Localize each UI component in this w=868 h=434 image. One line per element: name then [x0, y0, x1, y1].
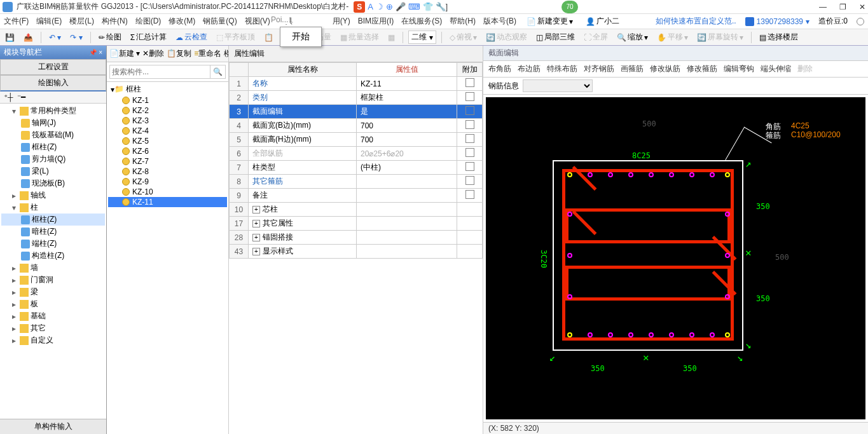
tab-modify-stirrup[interactable]: 修改箍筋 [687, 64, 717, 74]
undo-button[interactable]: ↶ ▾ [46, 33, 64, 42]
menu-version[interactable]: 版本号(B) [483, 16, 516, 27]
tree-item[interactable]: ▸墙 [1, 262, 105, 274]
property-grid[interactable]: 属性名称 属性值 附加 1名称KZ-112类别框架柱3截面编辑是4截面宽(B边)… [229, 62, 483, 434]
copy-button[interactable]: 📋复制 [167, 48, 191, 59]
menu-modify[interactable]: 修改(M) [169, 16, 195, 27]
tree-item[interactable]: 梁(L) [1, 165, 105, 177]
shirt-icon[interactable]: 👕 [423, 2, 433, 11]
tree-item[interactable]: ▸自定义 [1, 334, 105, 346]
list-item[interactable]: KZ-2 [108, 105, 227, 116]
list-item[interactable]: KZ-1 [108, 95, 227, 105]
keyboard-icon[interactable]: ⌨ [408, 2, 420, 11]
menu-floor[interactable]: 楼层(L) [69, 16, 94, 27]
new-button[interactable]: 📄新建 ▾ [109, 48, 140, 59]
list-root[interactable]: ▾ 📁 框柱 [108, 83, 227, 95]
tab-stirrup[interactable]: 画箍筋 [621, 64, 644, 74]
list-item[interactable]: KZ-8 [108, 166, 227, 177]
property-row[interactable]: 9备注 [230, 189, 483, 203]
bulb-icon[interactable]: ⊕ [386, 2, 393, 11]
property-row[interactable]: 43+显示样式 [230, 245, 483, 259]
tree-item[interactable]: 框柱(Z) [1, 214, 105, 226]
menu-component[interactable]: 构件(N) [102, 16, 128, 27]
tab-modify-long[interactable]: 修改纵筋 [650, 64, 680, 74]
tree-item[interactable]: 暗柱(Z) [1, 226, 105, 238]
menu-yun[interactable]: 用(Y) [333, 16, 350, 27]
left-panel-header[interactable]: 模块导航栏 📌 × [0, 46, 106, 59]
tree-item[interactable]: 剪力墙(Q) [1, 153, 105, 165]
mic-icon[interactable]: 🎤 [396, 2, 406, 11]
user-small[interactable]: 👤广小二 [583, 16, 622, 27]
list-item[interactable]: KZ-5 [108, 136, 227, 146]
save-icon[interactable]: 💾 [3, 33, 17, 42]
tab-corner[interactable]: 布角筋 [488, 64, 511, 74]
close-button[interactable]: ✕ [859, 3, 865, 11]
howto-link[interactable]: 如何快速布置自定义范.. [656, 16, 736, 27]
rebar-info-select[interactable] [523, 79, 593, 92]
list-item[interactable]: KZ-6 [108, 146, 227, 156]
local-3d-button[interactable]: ◫ 局部三维 [534, 32, 577, 43]
list-item[interactable]: KZ-7 [108, 156, 227, 166]
menu-online[interactable]: 在线服务(S) [401, 16, 442, 27]
tree-item[interactable]: ▸梁 [1, 286, 105, 298]
list-item[interactable]: KZ-9 [108, 177, 227, 187]
pin-icon[interactable]: 📌 × [89, 49, 102, 56]
minimize-button[interactable]: — [819, 3, 827, 11]
list-item[interactable]: KZ-10 [108, 187, 227, 197]
menu-view[interactable]: 视图(V) [245, 16, 270, 27]
user-phone[interactable]: 13907298339 ▾ [745, 17, 809, 26]
tree-item[interactable]: 轴网(J) [1, 117, 105, 129]
tree-item[interactable]: ▾柱 [1, 201, 105, 214]
tab-edge[interactable]: 布边筋 [518, 64, 541, 74]
bell-icon[interactable] [857, 18, 864, 25]
list-item[interactable]: KZ-3 [108, 116, 227, 126]
property-row[interactable]: 6全部纵筋20⌀25+6⌀20 [230, 147, 483, 161]
tree-item[interactable]: 筏板基础(M) [1, 129, 105, 141]
expand-all-icon[interactable]: ⁺┼ [4, 93, 13, 102]
tab-ext[interactable]: 端头伸缩 [761, 64, 791, 74]
moon-icon[interactable]: ☽ [376, 2, 383, 11]
tab-draw-input[interactable]: 绘图输入 [0, 75, 106, 92]
tree-item[interactable]: 框柱(Z) [1, 141, 105, 153]
property-row[interactable]: 28+锚固搭接 [230, 231, 483, 245]
tab-hook[interactable]: 编辑弯钩 [724, 64, 754, 74]
tree-item[interactable]: 现浇板(B) [1, 177, 105, 189]
tree-item[interactable]: 构造柱(Z) [1, 250, 105, 262]
tree-item[interactable]: ▸轴线 [1, 189, 105, 201]
new-change-button[interactable]: 📄新建变更 ▾ [524, 16, 575, 27]
tree-item[interactable]: ▸门窗洞 [1, 274, 105, 286]
popup-start[interactable]: 开始 [280, 27, 322, 47]
property-row[interactable]: 10+芯柱 [230, 203, 483, 217]
zoom-button[interactable]: 🔍 缩放 ▾ [614, 32, 651, 43]
tree-item[interactable]: ▾常用构件类型 [1, 105, 105, 117]
component-tree[interactable]: ▾常用构件类型轴网(J)筏板基础(M)框柱(Z)剪力墙(Q)梁(L)现浇板(B)… [0, 104, 106, 419]
section-canvas[interactable]: 8C25 3C20 角筋 4C25 箍筋 C10@100/200 350 350… [486, 97, 865, 419]
rename-button[interactable]: ≡重命名 [194, 48, 221, 59]
property-row[interactable]: 17+其它属性 [230, 217, 483, 231]
menu-draw[interactable]: 绘图(D) [135, 16, 162, 27]
list-item[interactable]: KZ-11 [108, 197, 227, 207]
tab-project-settings[interactable]: 工程设置 [0, 59, 106, 75]
menu-rebar[interactable]: 钢筋量(Q) [203, 16, 237, 27]
menu-bim[interactable]: BIM应用(I) [358, 16, 394, 27]
dim-select[interactable]: 二维 ▾ [408, 31, 436, 44]
icon-a[interactable]: A [368, 2, 373, 11]
tab-align[interactable]: 对齐钢筋 [584, 64, 614, 74]
cloud-check-button[interactable]: ☁ 云检查 [173, 32, 210, 43]
tree-item[interactable]: ▸板 [1, 298, 105, 310]
property-row[interactable]: 8其它箍筋 [230, 175, 483, 189]
draw-button[interactable]: ✏绘图 [96, 32, 124, 43]
property-row[interactable]: 7柱类型(中柱) [230, 161, 483, 175]
tree-item[interactable]: ▸其它 [1, 322, 105, 334]
wrench-icon[interactable]: 🔧 [436, 2, 446, 11]
menu-edit[interactable]: 编辑(E) [36, 16, 62, 27]
green-badge[interactable]: 70 [561, 1, 578, 13]
property-row[interactable]: 3截面编辑是 [230, 105, 483, 119]
search-button[interactable]: 🔍 [210, 65, 226, 79]
tab-special[interactable]: 特殊布筋 [547, 64, 577, 74]
redo-button[interactable]: ↷ ▾ [67, 33, 85, 42]
sum-button[interactable]: Σ 汇总计算 [128, 32, 169, 43]
single-component-input[interactable]: 单构件输入 [0, 419, 106, 434]
property-row[interactable]: 5截面高(H边)(mm)700 [230, 133, 483, 147]
tree-item[interactable]: 端柱(Z) [1, 238, 105, 250]
property-row[interactable]: 4截面宽(B边)(mm)700 [230, 119, 483, 133]
